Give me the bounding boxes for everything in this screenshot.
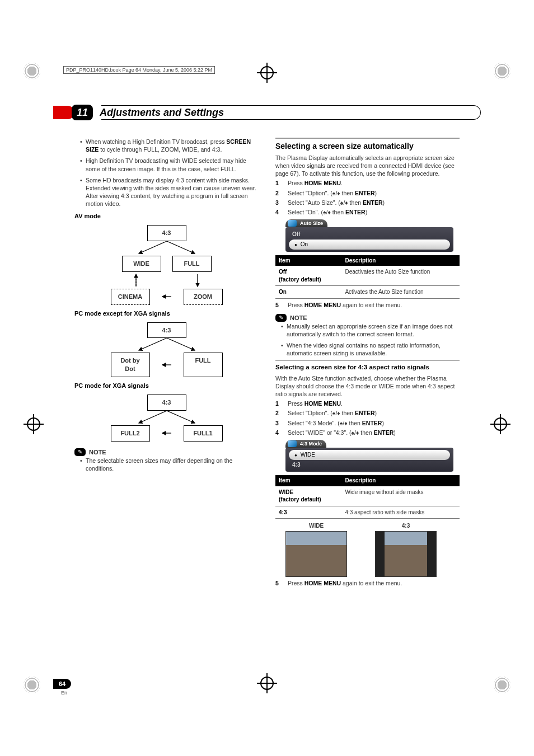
osd-option-wide-selected: WIDE [289, 450, 450, 460]
list-item: Manually select an appropriate screen si… [281, 322, 460, 338]
note-label: NOTE [89, 448, 106, 457]
step-exit: 5Press HOME MENU again to exit the menu. [275, 301, 460, 309]
diagram-arrows [108, 241, 226, 256]
page-number: 64 [53, 679, 71, 689]
box-full1: FULL1 [184, 425, 223, 442]
svg-line-6 [139, 338, 167, 350]
pc-mode-diagram-1: 4:3 Dot by Dot FULL [108, 322, 226, 378]
list-item: High Definition TV broadcasting with WID… [80, 157, 259, 172]
reg-mark [24, 677, 40, 693]
table-row: WIDE (factory default)Wide image without… [275, 486, 460, 506]
osd-4-3-mode: 4:3 Mode WIDE 4:3 [285, 440, 453, 472]
left-arrow-icon [161, 359, 172, 370]
table-row: Off (factory default)Deactivates the Aut… [275, 266, 460, 286]
pc-mode-diagram-2: 4:3 FULL2 FULL1 [108, 395, 226, 442]
up-down-arrow-icon: ♠/♦ [323, 209, 331, 215]
thumb-4-3 [375, 531, 437, 577]
up-down-arrow-icon: ♠/♦ [340, 420, 348, 426]
list-item: Some HD broadcasts may display 4:3 conte… [80, 176, 259, 208]
av-mode-heading: AV mode [74, 212, 259, 220]
box-4-3: 4:3 [147, 395, 186, 411]
chapter-title: Adjustments and Settings [100, 107, 224, 119]
sample-wide: WIDE [285, 522, 347, 577]
step-exit-2: 5Press HOME MENU again to exit the menu. [275, 579, 460, 587]
osd-option-off: Off [289, 229, 450, 240]
osd-option-on-selected: On [289, 240, 450, 250]
table-header: Item [275, 255, 341, 266]
box-full: FULL [172, 256, 212, 272]
osd-title: 4:3 Mode [285, 440, 326, 448]
table-row: OnActivates the Auto Size function [275, 286, 460, 299]
table-header: Description [341, 255, 460, 266]
step-item: 3Select "4:3 Mode". (♠/♦ then ENTER) [275, 419, 460, 427]
left-arrow-icon [161, 428, 172, 439]
note-icon: ✎ [275, 314, 287, 322]
step-item: 3Select "Auto Size". (♠/♦ then ENTER) [275, 199, 460, 206]
section-heading-4-3-mode: Selecting a screen size for 4:3 aspect r… [275, 360, 460, 372]
up-down-arrow-icon: ♠/♦ [332, 190, 340, 196]
note-icon: ✎ [74, 448, 86, 456]
section-intro: With the Auto Size function activated, c… [275, 374, 460, 398]
page-number-block: 64 En [53, 678, 71, 696]
step-item: 5Press HOME MENU again to exit the menu. [275, 301, 460, 309]
4-3-mode-table: ItemDescription WIDE (factory default)Wi… [275, 475, 460, 519]
pc-mode-heading-1: PC mode except for XGA signals [74, 309, 259, 318]
box-zoom: ZOOM [184, 289, 223, 305]
list-item: When watching a High Definition TV broad… [80, 138, 259, 153]
svg-line-9 [139, 411, 167, 423]
steps-4-3-mode: 1Press HOME MENU. 2Select "Option". (♠/♦… [275, 400, 460, 436]
left-column: When watching a High Definition TV broad… [74, 138, 259, 589]
up-down-arrow-icon: ♠/♦ [332, 410, 340, 416]
svg-line-1 [167, 241, 195, 253]
sample-4-3: 4:3 [375, 522, 437, 577]
note-list: The selectable screen sizes may differ d… [74, 457, 259, 472]
thumb-wide [285, 531, 347, 577]
up-down-arrow-icon: ♠/♦ [352, 429, 359, 436]
list-item: The selectable screen sizes may differ d… [80, 457, 259, 472]
step-item: 2Select "Option". (♠/♦ then ENTER) [275, 409, 460, 417]
aspect-samples: WIDE 4:3 [285, 522, 460, 577]
hd-bullets: When watching a High Definition TV broad… [74, 138, 259, 208]
reg-mark [24, 63, 40, 79]
svg-line-0 [139, 241, 167, 253]
av-mode-diagram: 4:3 WIDEFULL CINEMA ZOOM [108, 225, 226, 305]
crop-mark [24, 414, 44, 434]
svg-line-7 [167, 338, 195, 350]
box-full: FULL [184, 353, 223, 377]
pdf-page-meta: PDP_PRO1140HD.book Page 64 Monday, June … [63, 66, 215, 74]
reg-mark [494, 677, 510, 693]
note-label: NOTE [290, 314, 307, 322]
step-item: 1Press HOME MENU. [275, 400, 460, 407]
table-header: Item [275, 475, 341, 486]
box-dot-by-dot: Dot by Dot [111, 353, 150, 377]
osd-auto-size: Auto Size Off On [285, 219, 453, 251]
chapter-header: 11 Adjustments and Settings [53, 105, 481, 120]
table-header: Description [341, 475, 460, 486]
left-arrow-icon [161, 291, 172, 302]
section-heading-auto-size: Selecting a screen size automatically [275, 138, 460, 152]
list-item: When the video signal contains no aspect… [281, 341, 460, 357]
crop-mark [490, 414, 510, 434]
section-intro: The Plasma Display automatically selects… [275, 154, 460, 178]
box-full2: FULL2 [111, 425, 150, 442]
osd-option-4-3: 4:3 [289, 460, 450, 470]
note-header: ✎ NOTE [275, 314, 307, 322]
box-4-3: 4:3 [147, 225, 186, 241]
steps-auto-size: 1Press HOME MENU. 2Select "Option". (♠/♦… [275, 179, 460, 216]
svg-line-10 [167, 411, 195, 423]
table-row: 4:34:3 aspect ratio with side masks [275, 506, 460, 519]
up-down-arrow-icon: ♠/♦ [340, 199, 348, 206]
step-item: 5Press HOME MENU again to exit the menu. [275, 579, 460, 587]
page: PDP_PRO1140HD.book Page 64 Monday, June … [53, 60, 481, 696]
step-item: 4Select "On". (♠/♦ then ENTER) [275, 208, 460, 216]
chapter-number: 11 [72, 105, 93, 120]
osd-title: Auto Size [285, 219, 327, 227]
note-header: ✎ NOTE [74, 448, 106, 457]
step-item: 4Select "WIDE" or "4:3". (♠/♦ then ENTER… [275, 429, 460, 436]
step-item: 2Select "Option". (♠/♦ then ENTER) [275, 189, 460, 197]
reg-mark [494, 63, 510, 79]
step-item: 1Press HOME MENU. [275, 179, 460, 187]
auto-size-table: ItemDescription Off (factory default)Dea… [275, 255, 460, 299]
diagram-arrows [108, 411, 226, 425]
note-list: Manually select an appropriate screen si… [275, 322, 460, 358]
